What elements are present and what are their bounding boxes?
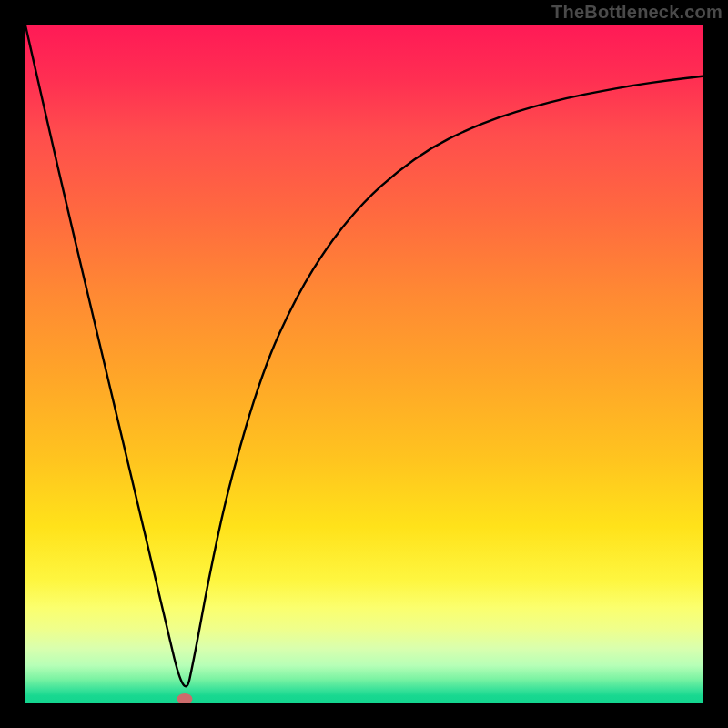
plot-area (25, 25, 703, 703)
chart-frame: TheBottleneck.com (0, 0, 728, 728)
background-gradient (25, 25, 703, 703)
watermark-text: TheBottleneck.com (551, 2, 723, 23)
minimum-marker (177, 693, 192, 703)
